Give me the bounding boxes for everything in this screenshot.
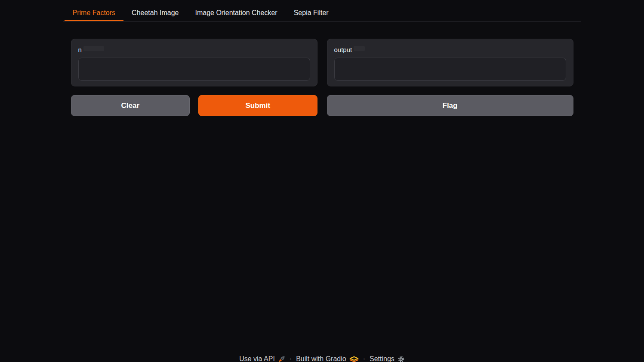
rocket-icon [278, 356, 285, 362]
output-label-row: output [334, 46, 566, 53]
built-with-gradio-label: Built with Gradio [296, 355, 346, 362]
output-panel: output [327, 39, 573, 86]
gradio-app: Prime Factors Cheetah Image Image Orient… [63, 5, 581, 362]
flag-button[interactable]: Flag [327, 95, 573, 116]
output-field[interactable] [334, 58, 566, 81]
tab-image-orientation-checker[interactable]: Image Orientation Checker [187, 5, 285, 21]
use-via-api-link[interactable]: Use via API [239, 355, 285, 362]
submit-button[interactable]: Submit [198, 95, 317, 116]
gradio-logo-icon [349, 356, 359, 362]
n-input[interactable] [78, 58, 310, 81]
footer-separator: · [363, 355, 365, 362]
input-label: n [78, 46, 82, 53]
label-skeleton [83, 46, 104, 51]
gear-icon [397, 356, 405, 362]
tab-prime-factors[interactable]: Prime Factors [65, 5, 124, 21]
built-with-gradio-link[interactable]: Built with Gradio [296, 355, 359, 362]
input-panel: n [71, 39, 317, 86]
tab-sepia-filter[interactable]: Sepia Filter [286, 5, 337, 21]
label-skeleton [354, 46, 365, 51]
tab-bar: Prime Factors Cheetah Image Image Orient… [63, 5, 581, 21]
button-row: Clear Submit Flag [63, 95, 581, 116]
output-label: output [334, 46, 352, 53]
footer-separator: · [290, 355, 292, 362]
io-panels-row: n output [63, 39, 581, 86]
clear-button[interactable]: Clear [71, 95, 190, 116]
use-via-api-label: Use via API [239, 355, 275, 362]
left-button-group: Clear Submit [71, 95, 317, 116]
footer: Use via API · Built with Gradio · [63, 355, 581, 362]
settings-link[interactable]: Settings [370, 355, 405, 362]
right-button-group: Flag [327, 95, 573, 116]
tab-cheetah-image[interactable]: Cheetah Image [123, 5, 187, 21]
settings-label: Settings [370, 355, 394, 362]
input-label-row: n [78, 46, 310, 53]
